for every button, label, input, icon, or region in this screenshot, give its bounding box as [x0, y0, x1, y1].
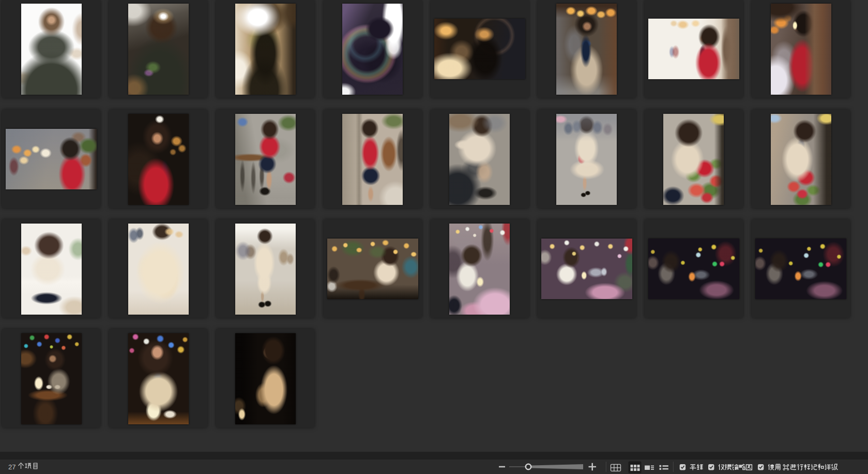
svg-text:27: 27: [8, 463, 16, 471]
